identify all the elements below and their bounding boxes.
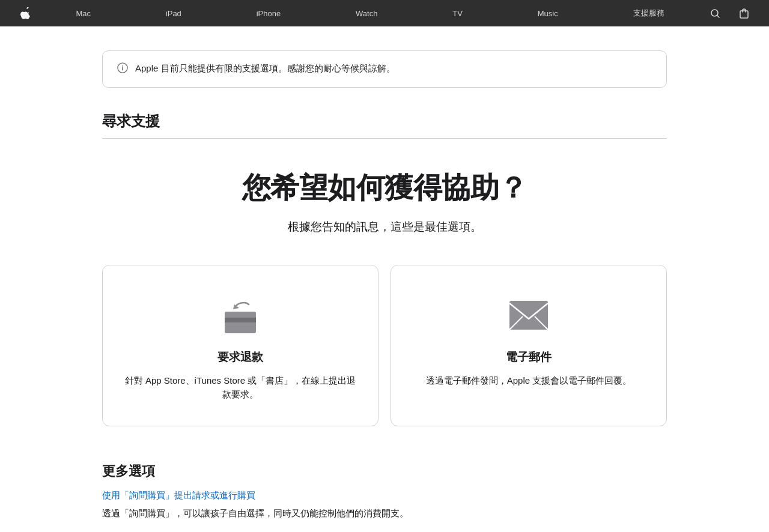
nav-support[interactable]: 支援服務 [625, 0, 673, 26]
section-header: 尋求支援 [102, 112, 667, 139]
nav-watch[interactable]: Watch [347, 0, 386, 26]
hero-subtitle: 根據您告知的訊息，這些是最佳選項。 [102, 219, 667, 235]
email-card-desc: 透過電子郵件發問，Apple 支援會以電子郵件回覆。 [426, 373, 632, 387]
svg-rect-9 [509, 301, 548, 330]
ask-to-buy-link[interactable]: 使用「詢問購買」提出請求或進行購買 [102, 490, 667, 501]
nav-mac[interactable]: Mac [67, 0, 99, 26]
refund-card-title: 要求退款 [217, 349, 263, 365]
navigation: Mac iPad iPhone Watch TV Music 支援服務 [0, 0, 769, 26]
email-card[interactable]: 電子郵件 透過電子郵件發問，Apple 支援會以電子郵件回覆。 [391, 265, 667, 426]
nav-links: Mac iPad iPhone Watch TV Music 支援服務 [38, 0, 702, 26]
notice-banner: Apple 目前只能提供有限的支援選項。感謝您的耐心等候與諒解。 [102, 50, 667, 88]
apple-logo[interactable] [12, 7, 38, 19]
nav-tv[interactable]: TV [444, 0, 471, 26]
nav-action-icons [702, 0, 757, 26]
support-cards: 要求退款 針對 App Store、iTunes Store 或「書店」，在線上… [102, 265, 667, 426]
main-content: Apple 目前只能提供有限的支援選項。感謝您的耐心等候與諒解。 尋求支援 您希… [90, 26, 679, 532]
svg-point-5 [122, 65, 123, 67]
svg-rect-2 [740, 11, 748, 18]
more-options-section: 更多選項 使用「詢問購買」提出請求或進行購買 透過「詢問購買」，可以讓孩子自由選… [102, 462, 667, 520]
notice-text: Apple 目前只能提供有限的支援選項。感謝您的耐心等候與諒解。 [135, 62, 395, 76]
refund-icon [216, 294, 264, 336]
nav-music[interactable]: Music [529, 0, 567, 26]
bag-icon[interactable] [731, 0, 757, 26]
svg-line-1 [717, 15, 719, 17]
refund-card[interactable]: 要求退款 針對 App Store、iTunes Store 或「書店」，在線上… [102, 265, 378, 426]
ask-to-buy-desc: 透過「詢問購買」，可以讓孩子自由選擇，同時又仍能控制他們的消費開支。 [102, 506, 667, 520]
email-card-title: 電子郵件 [506, 349, 552, 365]
search-icon[interactable] [702, 0, 728, 26]
nav-iphone[interactable]: iPhone [248, 0, 289, 26]
more-options-title: 更多選項 [102, 462, 667, 480]
hero-title: 您希望如何獲得協助？ [102, 169, 667, 207]
svg-rect-7 [225, 318, 256, 322]
nav-ipad[interactable]: iPad [157, 0, 190, 26]
email-icon [505, 294, 553, 336]
info-icon [117, 62, 128, 76]
refund-card-desc: 針對 App Store、iTunes Store 或「書店」，在線上提出退款要… [122, 373, 359, 402]
